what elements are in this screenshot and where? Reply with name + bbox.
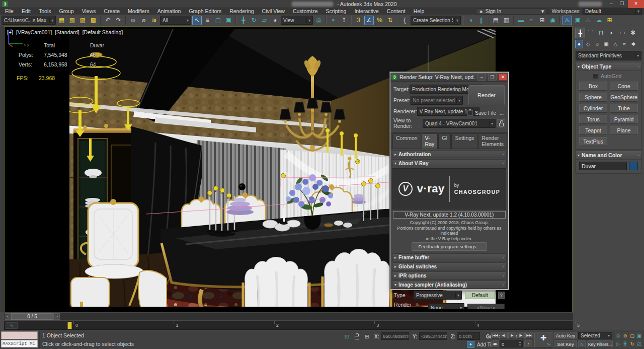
select-and-link-icon[interactable]: ∞	[128, 16, 138, 25]
snap-toggle-3d-icon[interactable]: 3	[354, 16, 363, 25]
time-slider-handle[interactable]: 0 / 5	[11, 313, 53, 320]
menu-item-customize[interactable]: Customize	[289, 8, 322, 15]
object-type-header[interactable]: ▾ Object Type ▪	[576, 62, 641, 71]
render-tab-gi[interactable]: GI	[438, 133, 451, 149]
save-file-browse-button[interactable]: ...	[498, 110, 505, 116]
menu-item-edit[interactable]: Edit	[18, 8, 35, 15]
undo-icon[interactable]: ↶	[103, 16, 113, 25]
render-mask-target-button[interactable]: <None>	[467, 304, 505, 309]
mirror-icon[interactable]: ◑	[466, 16, 475, 25]
workspace-dropdown[interactable]: Default ▾	[583, 9, 642, 15]
y-coord-field[interactable]: -395.3744cm	[419, 332, 447, 340]
dialog-maximize-button[interactable]: ❐	[488, 74, 497, 81]
use-pivot-center-icon[interactable]: ◎	[314, 16, 324, 25]
set-keys-button[interactable]: ✚ ∿	[534, 332, 552, 347]
window-crossing-icon[interactable]: ▣	[224, 16, 233, 25]
create-box-button[interactable]: Box	[579, 82, 607, 91]
object-color-swatch[interactable]	[629, 162, 638, 170]
default-button[interactable]: Default	[465, 292, 495, 299]
auto-key-button[interactable]: Auto Key	[554, 332, 577, 339]
tab-utilities[interactable]: ✱	[628, 28, 638, 38]
create-tube-button[interactable]: Tube	[610, 104, 638, 113]
manage-scene-explorers-icon[interactable]: ▨	[78, 16, 88, 25]
render-in-cloud-icon[interactable]: ☁	[594, 16, 604, 25]
pan-view-icon[interactable]: ╋	[622, 340, 628, 347]
object-name-field[interactable]: Duvar	[579, 162, 627, 170]
maxscript-mini-listener[interactable]: MAXScript Mi	[1, 331, 38, 347]
render-mask-dropdown[interactable]: None ▾	[428, 303, 464, 309]
previous-frame-button[interactable]: ◀|	[500, 332, 508, 339]
select-and-manipulate-icon[interactable]: ⌖	[329, 16, 338, 25]
create-cone-button[interactable]: Cone	[610, 82, 638, 91]
isolate-selection-icon[interactable]: ⊡	[343, 333, 351, 340]
lock-view-button[interactable]	[497, 119, 505, 127]
select-and-scale-icon[interactable]: ▱	[260, 16, 269, 25]
menu-item-content[interactable]: Content	[383, 8, 410, 15]
rollout-authorization[interactable]: ▸ Authorization ▪	[392, 150, 507, 158]
create-teapot-button[interactable]: Teapot	[579, 126, 607, 135]
menu-item-tools[interactable]: Tools	[35, 8, 55, 15]
schematic-view-icon[interactable]: ⊞	[537, 16, 547, 25]
menu-item-help[interactable]: Help	[410, 8, 429, 15]
named-selection-set-dropdown[interactable]: Create Selection Se▾	[411, 16, 461, 25]
menu-item-graph-editors[interactable]: Graph Editors	[185, 8, 225, 15]
render-tab-v-ray[interactable]: V-Ray	[422, 133, 438, 149]
render-setup-icon[interactable]: ♨	[562, 16, 572, 25]
subtab-helpers[interactable]: △	[611, 40, 619, 48]
sign-in-control[interactable]: ☻ Sign In ▾	[476, 9, 546, 15]
absolute-offset-toggle-icon[interactable]: ⊞	[363, 333, 371, 340]
dialog-minimize-button[interactable]: –	[477, 74, 486, 81]
frame-spinner[interactable]: ▲▼	[518, 340, 522, 347]
viewport-shading-menu[interactable]: [Default Shading]	[83, 29, 123, 35]
align-icon[interactable]: ∥	[476, 16, 486, 25]
zoom-all-icon[interactable]: ⊛	[622, 332, 628, 339]
play-button[interactable]: ▶	[508, 332, 516, 339]
unlink-selection-icon[interactable]: ⌀	[139, 16, 148, 25]
help-button[interactable]: ?	[498, 292, 505, 299]
rollout-ipr-options[interactable]: ▸IPR options▪	[392, 271, 507, 280]
rendered-frame-window-icon[interactable]: ▣	[573, 16, 583, 25]
maximize-button[interactable]: ❐	[618, 0, 626, 8]
create-geosphere-button[interactable]: GeoSphere	[610, 93, 638, 102]
menu-item-modifiers[interactable]: Modifiers	[124, 8, 153, 15]
sampler-type-dropdown[interactable]: Progressive ▾	[414, 291, 462, 300]
subtab-systems[interactable]: ✱	[629, 40, 637, 48]
orbit-icon[interactable]: ↻	[629, 340, 635, 347]
key-mode-toggle-button[interactable]: ◀▶	[491, 340, 499, 347]
menu-item-interactive[interactable]: Interactive	[350, 8, 382, 15]
render-tab-render-elements[interactable]: Render Elements	[478, 133, 507, 149]
zoom-extents-all-icon[interactable]: ▣	[636, 332, 642, 339]
render-tab-settings[interactable]: Settings	[451, 133, 477, 149]
toggle-layer-explorer-icon[interactable]: ▥	[502, 16, 511, 25]
menu-item-scripting[interactable]: Scripting	[322, 8, 351, 15]
render-dialog-titlebar[interactable]: 3 Render Setup: V-Ray Next, upd... – ❐ ✕	[390, 73, 508, 82]
spinner-snap-icon[interactable]: ⇅	[385, 16, 395, 25]
next-frame-nub[interactable]: >	[53, 313, 60, 320]
subtab-lights[interactable]: ☼	[593, 40, 601, 48]
saved-scene-explorers-icon[interactable]: ▩	[89, 16, 98, 25]
save-file-checkbox[interactable]	[467, 110, 473, 116]
percent-snap-icon[interactable]: %	[375, 16, 384, 25]
tab-motion[interactable]: ◐	[607, 28, 617, 38]
key-mode-dropdown[interactable]: Selected ▾	[578, 332, 612, 339]
z-coord-field[interactable]: 0.0cm	[457, 332, 480, 340]
angle-snap-icon[interactable]: ∠	[364, 16, 374, 25]
curve-editor-icon[interactable]: ≈	[527, 16, 536, 25]
maximize-viewport-toggle-icon[interactable]: ◰	[636, 340, 642, 347]
render-presets-icon[interactable]: ⊞	[605, 16, 614, 25]
maxscript-listener-field[interactable]: MAXScript Mi	[1, 340, 38, 347]
subtab-cameras[interactable]: ▣	[602, 40, 610, 48]
render-button[interactable]: Render	[468, 85, 505, 105]
toggle-scene-explorer-icon[interactable]: ▤	[491, 16, 501, 25]
new-key-default-tangent-button[interactable]: ∿	[578, 340, 586, 348]
autogrid-checkbox[interactable]	[593, 74, 598, 79]
create-sphere-button[interactable]: Sphere	[579, 93, 607, 102]
x-coord-field[interactable]: 650.4809cm	[381, 332, 409, 340]
menu-item-rendering[interactable]: Rendering	[225, 8, 258, 15]
create-torus-button[interactable]: Torus	[579, 115, 607, 124]
menu-item-create[interactable]: Create	[100, 8, 124, 15]
create-cylinder-button[interactable]: Cylinder	[579, 104, 607, 113]
subtab-space-warps[interactable]: ≈	[620, 40, 628, 48]
add-time-tag-icon[interactable]: ✦	[467, 341, 474, 348]
toggle-ribbon-icon[interactable]: ▬	[516, 16, 526, 25]
